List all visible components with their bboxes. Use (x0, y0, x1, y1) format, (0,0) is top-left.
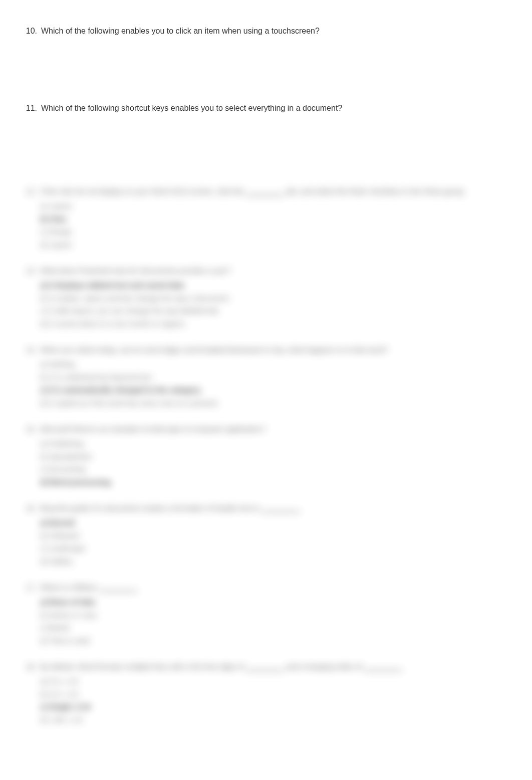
blurred-option: b) Series or rows (40, 609, 507, 622)
blurred-preview: 12.If the ruler do not display on your W… (25, 185, 507, 740)
blurred-question-row: 13.What does Protected view for document… (25, 265, 507, 277)
blurred-option: a) Layout (40, 200, 507, 213)
blurred-option: d) It counts down to a one month or regi… (40, 317, 507, 330)
blurred-option: c) Design (40, 225, 507, 238)
blurred-question-block: 18.By default, Word formats multiple lin… (25, 661, 507, 726)
blurred-option: a) Publishing (40, 437, 507, 450)
blurred-question-row: 16.Bing this guide of a document creates… (25, 502, 507, 514)
blurred-question-block: 12.If the ruler do not display on your W… (25, 185, 507, 251)
blurred-option: a) 0.5; 1.15 (40, 675, 507, 688)
blurred-question-text: What does Protected view for documents p… (40, 265, 507, 277)
blurred-option: c) Bands (40, 621, 507, 634)
blurred-question-text: By default, Word formats multiple lines … (40, 661, 507, 673)
blurred-option: d) That is used (40, 634, 507, 647)
blurred-option: b) Spreadsheet (40, 450, 507, 463)
blurred-question-block: 13.What does Protected view for document… (25, 265, 507, 330)
blurred-option: c) Landscape (40, 542, 507, 555)
blurred-question-number: 16. (25, 502, 40, 514)
blurred-option: d) Gallery (40, 555, 507, 568)
blurred-option: c) Accounting (40, 463, 507, 476)
blurred-question-text: When you select today, use its word edge… (40, 344, 507, 356)
page-content: 10. Which of the following enables you t… (0, 0, 532, 114)
blurred-option: d) It copied as if the word has since no… (40, 397, 507, 410)
question-number: 10. (25, 25, 40, 37)
blurred-option: c) It is automatically changed to the ca… (40, 383, 507, 397)
blurred-question-block: 15.Microsoft Word is an example of what … (25, 423, 507, 488)
blurred-option: c) Single; 0.10 (40, 700, 507, 713)
blurred-question-row: 17.What is a Ribbon ________. (25, 581, 507, 594)
blurred-question-text: Bing this guide of a document creates a … (40, 502, 507, 514)
blurred-question-number: 12. (25, 185, 40, 198)
question-11: 11. Which of the following shortcut keys… (25, 102, 507, 114)
blurred-option: a) It displays tabbed text and saved dat… (40, 279, 507, 292)
blurred-option: c) It edits layout, you can change the w… (40, 304, 507, 317)
blurred-question-block: 16.Bing this guide of a document creates… (25, 502, 507, 567)
blurred-option: d) Layout (40, 238, 507, 251)
blurred-option: b) 0.5; 1.10 (40, 688, 507, 701)
blurred-option: a) Rows of tabs (40, 596, 507, 609)
question-text: Which of the following enables you to cl… (40, 25, 320, 37)
blurred-option: d) 1.08; 1.10 (40, 713, 507, 726)
blurred-question-row: 14.When you select today, use its word e… (25, 344, 507, 356)
question-text: Which of the following shortcut keys ena… (40, 102, 342, 114)
blurred-question-number: 15. (25, 423, 40, 435)
blurred-option: a) Nothing (40, 358, 507, 371)
blurred-question-row: 15.Microsoft Word is an example of what … (25, 423, 507, 435)
blurred-option: a) Normal (40, 516, 507, 529)
blurred-question-number: 18. (25, 661, 40, 673)
blurred-question-block: 14.When you select today, use its word e… (25, 344, 507, 409)
blurred-question-row: 18.By default, Word formats multiple lin… (25, 661, 507, 673)
blurred-option: b) View (40, 213, 507, 226)
blurred-option: b) It is underlined by featured text (40, 371, 507, 384)
blurred-question-block: 17.What is a Ribbon ________.a) Rows of … (25, 581, 507, 647)
blurred-question-row: 12.If the ruler do not display on your W… (25, 185, 507, 198)
blurred-question-text: Microsoft Word is an example of what typ… (40, 423, 507, 435)
blurred-option: d) Word processing (40, 476, 507, 489)
question-10: 10. Which of the following enables you t… (25, 25, 507, 37)
blurred-option: b) Followed (40, 529, 507, 542)
blurred-question-number: 14. (25, 344, 40, 356)
question-number: 11. (25, 102, 40, 114)
blurred-question-number: 17. (25, 581, 40, 594)
blurred-option: b) It creates, opens and lets change the… (40, 292, 507, 305)
blurred-question-text: If the ruler do not display on your Word… (40, 185, 507, 198)
blurred-question-number: 13. (25, 265, 40, 277)
blurred-question-text: What is a Ribbon ________. (40, 581, 507, 594)
